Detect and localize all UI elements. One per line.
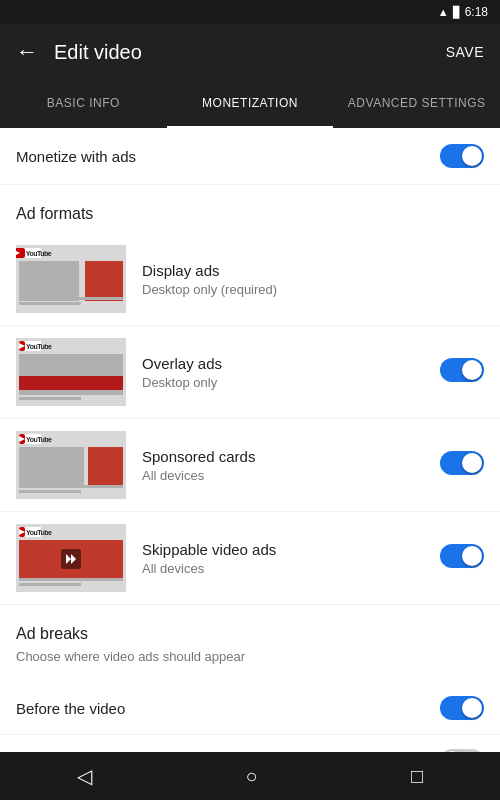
yt-logo-display: YouTube: [19, 248, 41, 258]
sponsored-line-2: [19, 490, 81, 493]
overlay-ads-toggle[interactable]: [440, 358, 484, 382]
ad-format-overlay-ads: YouTube Overlay ads Desktop only: [0, 326, 500, 419]
overlay-line-2: [19, 397, 81, 400]
overlay-ads-preview: YouTube: [16, 338, 126, 406]
page-title: Edit video: [54, 41, 446, 64]
sponsored-cards-toggle[interactable]: [440, 451, 484, 475]
battery-icon: ▊: [453, 6, 461, 19]
back-button[interactable]: ←: [16, 41, 38, 63]
display-line-1: [19, 297, 123, 300]
monetize-label: Monetize with ads: [16, 148, 136, 165]
skippable-video-ads-toggle[interactable]: [440, 544, 484, 568]
top-bar: ← Edit video SAVE: [0, 24, 500, 80]
status-time: 6:18: [465, 5, 488, 19]
skippable-main-video: [19, 540, 123, 578]
monetize-toggle-thumb: [462, 146, 482, 166]
status-bar: ▲ ▊ 6:18: [0, 0, 500, 24]
ad-format-sponsored-cards: YouTube Sponsored cards All devices: [0, 419, 500, 512]
tab-basic-info[interactable]: BASIC INFO: [0, 80, 167, 128]
sponsored-cards-info: Sponsored cards All devices: [142, 448, 428, 483]
yt-logo-overlay: YouTube: [19, 341, 41, 351]
yt-logo-skippable: YouTube: [19, 527, 41, 537]
ad-breaks-section: Ad breaks Choose where video ads should …: [0, 605, 500, 682]
nav-home-icon[interactable]: ○: [245, 765, 257, 788]
skippable-toggle-track: [440, 544, 484, 568]
navigation-bar: ◁ ○ □: [0, 752, 500, 800]
sponsored-cards-name: Sponsored cards: [142, 448, 428, 465]
nav-back-icon[interactable]: ◁: [77, 764, 92, 788]
skippable-bottom-lines: [19, 578, 123, 588]
display-ads-preview: YouTube: [16, 245, 126, 313]
sponsored-toggle-wrap: [440, 451, 484, 479]
overlay-ads-desc: Desktop only: [142, 375, 428, 390]
sponsored-line-1: [19, 485, 123, 488]
main-content: Monetize with ads Ad formats YouTube: [0, 128, 500, 752]
tab-bar: BASIC INFO MONETIZATION ADVANCED SETTING…: [0, 80, 500, 128]
overlay-toggle-track: [440, 358, 484, 382]
sponsored-toggle-track: [440, 451, 484, 475]
after-video-toggle-track: [440, 749, 484, 752]
sponsored-main-video: [19, 447, 84, 485]
ad-format-skippable-video-ads: YouTube Skippable vid: [0, 512, 500, 605]
skippable-line-2: [19, 583, 81, 586]
tab-monetization[interactable]: MONETIZATION: [167, 80, 334, 128]
fast-forward-icon: [66, 554, 76, 564]
before-video-row: Before the video: [0, 682, 500, 735]
skippable-video-ads-info: Skippable video ads All devices: [142, 541, 428, 576]
after-video-toggle[interactable]: [440, 749, 484, 752]
display-ads-info: Display ads Desktop only (required): [142, 262, 484, 297]
skippable-line-1: [19, 578, 123, 581]
skippable-video-ads-preview: YouTube: [16, 524, 126, 592]
sponsored-toggle-thumb: [462, 453, 482, 473]
before-video-toggle-thumb: [462, 698, 482, 718]
skippable-play-btn: [61, 549, 81, 569]
skippable-video-ads-desc: All devices: [142, 561, 428, 576]
overlay-ads-toggle-wrap: [440, 358, 484, 386]
monetize-row: Monetize with ads: [0, 128, 500, 185]
nav-recent-icon[interactable]: □: [411, 765, 423, 788]
svg-marker-0: [66, 554, 71, 564]
save-button[interactable]: SAVE: [446, 44, 484, 60]
before-video-toggle[interactable]: [440, 696, 484, 720]
ad-format-display-ads: YouTube Display ads Desktop only (requir…: [0, 233, 500, 326]
sponsored-bottom-lines: [19, 485, 123, 495]
monetize-toggle[interactable]: [440, 144, 484, 168]
overlay-ads-name: Overlay ads: [142, 355, 428, 372]
skippable-toggle-wrap: [440, 544, 484, 572]
monetize-toggle-track: [440, 144, 484, 168]
display-line-2: [19, 302, 81, 305]
yt-logo-sponsored: YouTube: [19, 434, 41, 444]
sponsored-cards-preview: YouTube: [16, 431, 126, 499]
sponsored-cards-desc: All devices: [142, 468, 428, 483]
before-video-label: Before the video: [16, 700, 125, 717]
overlay-bar: [19, 376, 123, 390]
skippable-video-ads-name: Skippable video ads: [142, 541, 428, 558]
display-main-area: [19, 261, 79, 301]
display-bottom-lines: [19, 297, 123, 309]
skippable-toggle-thumb: [462, 546, 482, 566]
sponsored-card-panel: [88, 447, 123, 485]
display-ads-desc: Desktop only (required): [142, 282, 484, 297]
status-icons: ▲ ▊ 6:18: [438, 5, 488, 19]
overlay-line-1: [19, 392, 123, 395]
svg-marker-1: [71, 554, 76, 564]
ad-breaks-header: Ad breaks: [16, 625, 484, 643]
overlay-toggle-thumb: [462, 360, 482, 380]
overlay-bottom-lines: [19, 392, 123, 402]
overlay-ads-info: Overlay ads Desktop only: [142, 355, 428, 390]
display-side-ad: [85, 261, 123, 301]
before-video-toggle-track: [440, 696, 484, 720]
tab-advanced-settings[interactable]: ADVANCED SETTINGS: [333, 80, 500, 128]
display-ads-name: Display ads: [142, 262, 484, 279]
ad-formats-header: Ad formats: [0, 185, 500, 233]
wifi-icon: ▲: [438, 6, 449, 18]
ad-breaks-desc: Choose where video ads should appear: [16, 649, 484, 664]
after-video-toggle-thumb: [442, 751, 462, 752]
after-video-row: After the video: [0, 735, 500, 752]
